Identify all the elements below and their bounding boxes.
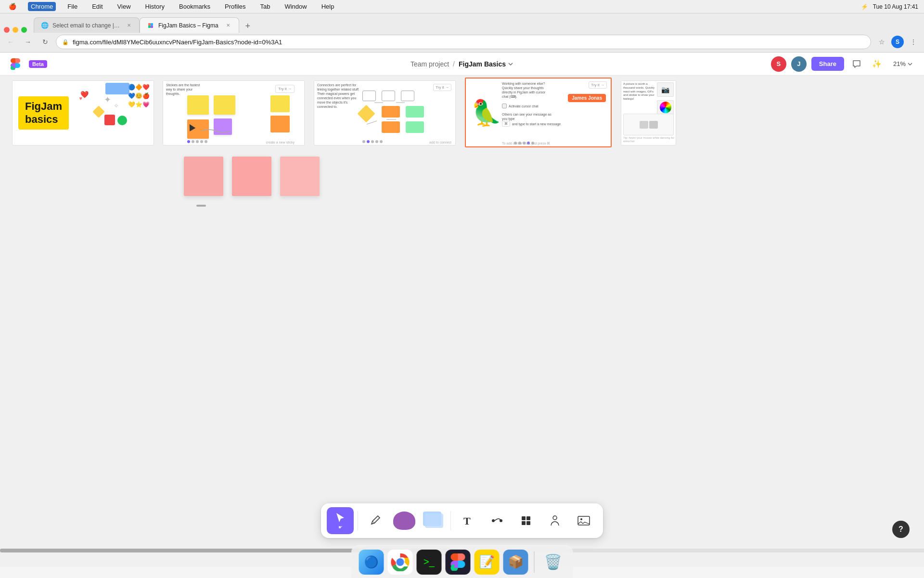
person-icon (549, 514, 561, 527)
person-tool-button[interactable] (541, 507, 568, 534)
frame4-content: 🦜 Working with someone else? Quickly sha… (466, 79, 611, 146)
svg-rect-15 (526, 521, 530, 525)
floating-sticky-2[interactable] (232, 157, 271, 196)
frame3-text: Connectors are perfect for linking toget… (317, 83, 360, 109)
floating-sticky-3[interactable] (280, 157, 320, 196)
activate-cursor-label: Activate cursor chat (509, 105, 538, 108)
file-menu[interactable]: File (64, 2, 80, 11)
edit-menu[interactable]: Edit (89, 2, 105, 11)
menubar-time: Tue 10 Aug 17:41 (873, 3, 918, 10)
svg-rect-12 (522, 516, 526, 520)
canvas-frame-1[interactable]: FigJambasics ✦ ✧ 🔵🔶❤️💙😊🍎💛⭐💗 ❤️ ♥ (12, 80, 154, 145)
dock-figma-icon[interactable] (446, 550, 471, 575)
pencil-tool-button[interactable] (362, 507, 389, 534)
breadcrumb-separator: / (453, 60, 455, 68)
canvas-frame-4[interactable]: 🦜 Working with someone else? Quickly sha… (465, 78, 612, 147)
frame3-content: Connectors are perfect for linking toget… (314, 81, 455, 145)
hand-sub-icon: ☛ (338, 525, 343, 530)
connector-tool-button[interactable] (484, 507, 511, 534)
floating-sticky-1[interactable] (184, 157, 223, 196)
comments-button[interactable] (849, 56, 864, 72)
tab-menu[interactable]: Tab (257, 2, 273, 11)
svg-point-11 (500, 519, 502, 522)
browser-profile-avatar[interactable]: S (891, 36, 904, 48)
dock-trash-icon[interactable]: 🗑️ (540, 550, 565, 575)
figma-header: Beta Team project / FigJam Basics S J Sh… (0, 53, 924, 76)
tab-figma[interactable]: FigJam Basics – Figma ✕ (140, 17, 239, 33)
menubar-right: ⚡ Tue 10 Aug 17:41 (861, 3, 918, 10)
new-tab-button[interactable]: + (241, 19, 255, 33)
maximize-window-button[interactable] (21, 27, 27, 33)
collab-avatar-j[interactable]: J (791, 56, 807, 72)
canvas-area[interactable]: FigJambasics ✦ ✧ 🔵🔶❤️💙😊🍎💛⭐💗 ❤️ ♥ (0, 76, 924, 567)
magic-button[interactable]: ✨ (869, 56, 885, 72)
sticky-tool-button[interactable] (391, 507, 418, 534)
dock-finder-icon[interactable]: 🔵 (359, 550, 384, 575)
comment-icon (852, 60, 861, 68)
frame1-content: FigJambasics ✦ ✧ 🔵🔶❤️💙😊🍎💛⭐💗 ❤️ ♥ (13, 81, 154, 145)
select-cursor-icon (334, 512, 346, 524)
frame4-try-it: Try it → (589, 81, 607, 89)
help-menu[interactable]: Help (319, 2, 337, 11)
bottom-toolbar: ☛ T (321, 503, 603, 538)
toolbar-divider-2 (450, 511, 451, 530)
dock-notes-icon[interactable]: 📝 (475, 550, 500, 575)
traffic-lights (4, 27, 27, 33)
select-tool-button[interactable]: ☛ (327, 507, 354, 534)
tab-django[interactable]: 🌐 Select email to change | Djang... ✕ (34, 17, 140, 33)
frame2-content: Stickies are the fastest way to share yo… (163, 81, 304, 145)
small-heart: ♥ (79, 95, 82, 101)
zoom-level-text: 21% (893, 60, 906, 67)
chrome-menu[interactable]: Chrome (28, 2, 56, 11)
canvas-frame-2[interactable]: Stickies are the fastest way to share yo… (163, 80, 305, 145)
tab-figma-close[interactable]: ✕ (224, 22, 232, 29)
figma-logo-icon (11, 58, 20, 70)
sticky-yellow-1 (187, 95, 209, 115)
chrome-logo-icon (391, 553, 410, 571)
history-menu[interactable]: History (142, 2, 167, 11)
address-bar[interactable]: 🔒 figma.com/file/dMl8YMeCib6uuxncvPNaen/… (56, 35, 871, 49)
image-icon (577, 514, 590, 527)
figjam-title-block: FigJambasics (18, 96, 69, 130)
tab-django-close[interactable]: ✕ (126, 22, 132, 29)
view-menu[interactable]: View (115, 2, 134, 11)
collab-avatar-s[interactable]: S (771, 56, 786, 72)
chevron-down-icon (508, 61, 513, 67)
minimize-window-button[interactable] (13, 27, 18, 33)
bookmarks-menu[interactable]: Bookmarks (176, 2, 213, 11)
bookmark-button[interactable]: ☆ (875, 35, 888, 49)
window-menu[interactable]: Window (282, 2, 309, 11)
share-button[interactable]: Share (811, 57, 844, 71)
reload-button[interactable]: ↻ (38, 35, 52, 49)
dock-apps-icon[interactable]: 📦 (503, 550, 528, 575)
back-button[interactable]: ← (4, 35, 17, 49)
forward-button[interactable]: → (21, 35, 35, 49)
more-options-button[interactable]: ⋮ (907, 35, 920, 49)
shape-tool-button[interactable] (420, 507, 447, 534)
small-sparkle-decoration: ✧ (114, 102, 119, 109)
zoom-control[interactable]: 21% (889, 58, 916, 69)
text-icon: T (462, 514, 475, 527)
help-button[interactable]: ? (892, 521, 910, 538)
apple-menu[interactable]: 🍎 (6, 2, 19, 11)
toolbar-divider-1 (358, 511, 358, 530)
keyboard-icon: ⌘ (502, 121, 510, 127)
profiles-menu[interactable]: Profiles (222, 2, 248, 11)
stamp-tool-button[interactable] (513, 507, 539, 534)
file-name[interactable]: FigJam Basics (459, 60, 513, 68)
cursor-checkbox[interactable] (502, 104, 507, 108)
close-window-button[interactable] (4, 27, 10, 33)
sticky-handle (196, 205, 206, 207)
sticky-yellow-2 (214, 95, 235, 115)
figma-home-button[interactable] (8, 56, 23, 72)
dock-chrome-icon[interactable] (388, 550, 413, 575)
text-tool-button[interactable]: T (455, 507, 482, 534)
project-name-link[interactable]: Team project (411, 60, 449, 68)
dock-terminal-icon[interactable]: >_ (417, 550, 442, 575)
sticky-orange-2 (270, 116, 290, 132)
canvas-frame-5[interactable]: A picture is worth a thousand words. Qui… (621, 80, 676, 145)
wave-arrow (202, 127, 231, 136)
image-tool-button[interactable] (570, 507, 597, 534)
yellow-diamond (92, 105, 104, 118)
canvas-frame-3[interactable]: Connectors are perfect for linking toget… (314, 80, 456, 145)
